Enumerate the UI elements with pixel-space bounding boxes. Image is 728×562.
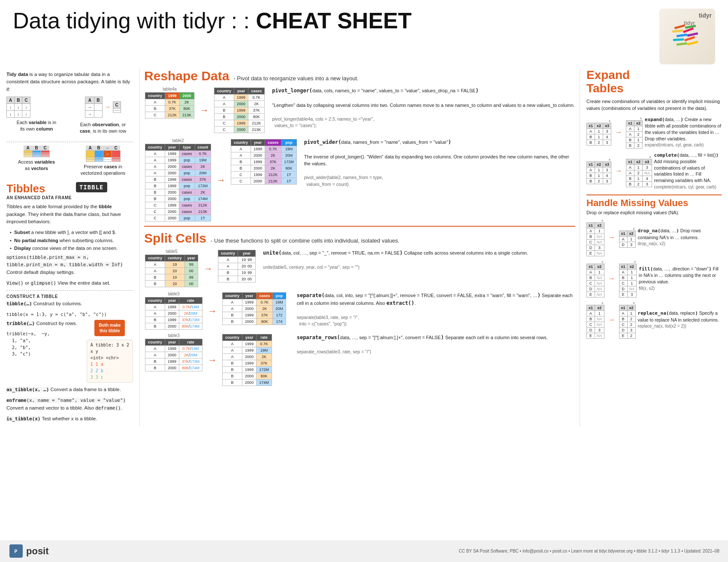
cell: 1 bbox=[634, 137, 643, 143]
missing-title: Handle Missing Values bbox=[586, 198, 722, 208]
cell: D bbox=[587, 327, 595, 333]
cell: A bbox=[626, 164, 634, 170]
cell: 213K bbox=[180, 112, 194, 118]
footer-license: CC BY SA Posit Software, PBC bbox=[459, 549, 519, 553]
cell: 2K bbox=[257, 354, 272, 360]
left-column: Tidy data is a way to organize tabular d… bbox=[6, 69, 139, 426]
middle-column: Reshape Data - Pivot data to reorganize … bbox=[139, 69, 580, 426]
bullet-display: Display concise views of the data on one… bbox=[10, 245, 133, 252]
cell: A bbox=[218, 263, 238, 270]
cell: ↓ bbox=[22, 103, 30, 110]
tibble-col-headers: x y bbox=[91, 348, 129, 355]
posit-label: posit bbox=[26, 546, 49, 557]
cell: 1999 bbox=[165, 151, 179, 157]
cell: 2000 bbox=[165, 310, 179, 317]
replace-na-before-table: x1x2 A1 BNA CNA D3 ENA bbox=[586, 305, 604, 339]
reshape-subtitle: - Pivot data to reorganize values into a… bbox=[233, 75, 358, 82]
cell: 2000 bbox=[251, 165, 265, 172]
table4a-output-group: country year cases A19990.7K A20002K B19… bbox=[213, 87, 266, 134]
cell: 3 bbox=[603, 140, 611, 146]
cell: B bbox=[626, 137, 634, 143]
cell: pop bbox=[179, 196, 195, 202]
arrow-to-c: → bbox=[105, 103, 111, 110]
options-code: options(tibble.print_max = n, tibble.pri… bbox=[6, 254, 133, 276]
cell: B bbox=[231, 165, 251, 172]
svg-rect-10 bbox=[687, 41, 698, 46]
col-x2: x2 bbox=[595, 123, 603, 129]
cell: B bbox=[94, 146, 103, 151]
cell: 0.7K bbox=[257, 341, 272, 347]
header-logo: tidyr bbox=[659, 9, 715, 64]
cell: 1999 bbox=[242, 312, 257, 319]
cell: E bbox=[587, 250, 595, 256]
cell: 80K bbox=[257, 373, 272, 380]
cell: 2 bbox=[634, 181, 643, 187]
cell: A bbox=[626, 131, 634, 137]
tibbles-desc: Tibbles are a table format provided by t… bbox=[6, 203, 133, 225]
cell bbox=[24, 155, 32, 157]
tibble-output-display: A tibble: 3 x 2 x y <int> <chr> 1 1 a 2 … bbox=[87, 340, 133, 383]
cell: B bbox=[145, 317, 165, 323]
table4a-output: country year cases A19990.7K A20002K B19… bbox=[214, 88, 265, 133]
replace-na-row: x x1x2 A1 BNA CNA D3 ENA bbox=[586, 301, 722, 339]
cell: B bbox=[214, 114, 234, 120]
split-cells-header: Split Cells - Use these functions to spl… bbox=[144, 231, 575, 246]
cell: 172M bbox=[281, 159, 297, 165]
cell: E bbox=[619, 292, 627, 297]
cell: 80K bbox=[257, 319, 273, 325]
page-wrapper: Data tidying with tidyr : : CHEAT SHEET … bbox=[0, 0, 728, 562]
footer-package1: tibble 3.1.2 bbox=[637, 549, 658, 553]
cell: 99 bbox=[184, 274, 198, 281]
tidy-diagrams-row2: A B C Access variablesas vectors bbox=[6, 146, 133, 180]
cell: 1 bbox=[595, 167, 603, 173]
cell: C bbox=[619, 322, 627, 327]
bullet-subset: Subset a new tibble with ], a vector wit… bbox=[10, 229, 133, 236]
cell: 1999 bbox=[242, 367, 257, 373]
replace-na-after-x-label: x bbox=[619, 301, 636, 305]
cell: 0.7K bbox=[248, 94, 265, 101]
table4a-label: table4a bbox=[144, 87, 195, 91]
cell: 37K/172M bbox=[179, 317, 202, 323]
main-content: Tidy data is a way to organize tabular d… bbox=[0, 69, 728, 426]
cell: 37K bbox=[165, 106, 180, 112]
arrow-fill: → bbox=[608, 275, 615, 283]
replace-na-after-table: x1x2 A1 B2 C2 D3 E2 bbox=[619, 305, 636, 339]
complete-after-x-label: x bbox=[626, 155, 652, 159]
cell: 1T bbox=[195, 215, 211, 222]
cell: 2 bbox=[634, 143, 643, 148]
cell: 1 bbox=[595, 269, 604, 275]
cell: 00 bbox=[184, 281, 198, 287]
tibble-row-2: 2 2 b bbox=[91, 368, 129, 374]
cell: cases bbox=[179, 202, 195, 209]
cell: 2000 bbox=[242, 354, 257, 360]
cell bbox=[41, 155, 49, 157]
cell: B bbox=[145, 183, 165, 189]
expand-func-row: x x1 x2 x3 A13 B14 B23 bbox=[586, 116, 722, 149]
cell: 1T bbox=[281, 172, 297, 178]
col-a2: A bbox=[85, 97, 94, 103]
cell: E bbox=[619, 333, 627, 338]
cell: B bbox=[145, 196, 165, 202]
col-x1: x1 bbox=[587, 162, 595, 167]
cell: 0.7K bbox=[165, 99, 180, 106]
tribble-func: tribble(…) Construct by rows. bbox=[6, 320, 82, 328]
complete-func-desc: complete(data, …, fill = list()) Add mis… bbox=[654, 152, 722, 190]
separate-desc: separate(data, col, into, sep = "[^[:aln… bbox=[297, 292, 575, 328]
cell: cases bbox=[179, 151, 195, 157]
tidyr-logo-icon: tidyr bbox=[668, 17, 707, 56]
both-make-group: Both makethis tibble A tibble: 3 x 2 x y… bbox=[87, 320, 133, 384]
tidy-diagrams-row1: A B C ↓ ↓ ↓ ↓ bbox=[6, 97, 133, 138]
separate-rows-row: table3 country year rate A19990.7K/19M bbox=[144, 333, 287, 387]
svg-rect-8 bbox=[684, 36, 695, 41]
cell: 212K bbox=[265, 172, 281, 178]
col-c-header: C bbox=[22, 97, 30, 103]
cell: B bbox=[587, 234, 595, 239]
col-century: century bbox=[165, 255, 185, 261]
cell: ↓ bbox=[7, 110, 15, 117]
cell: A bbox=[145, 99, 165, 106]
fill-x-label: x bbox=[586, 260, 604, 264]
cell: 2 bbox=[634, 170, 643, 176]
cell: NA bbox=[627, 286, 637, 292]
cell: C bbox=[145, 209, 165, 215]
cell: A bbox=[626, 170, 634, 176]
